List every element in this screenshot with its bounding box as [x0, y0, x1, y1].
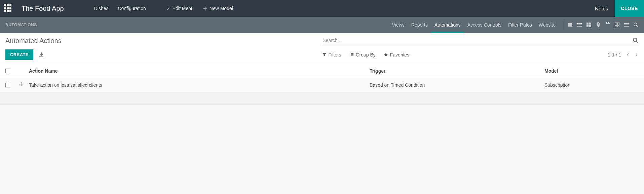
view-switcher	[567, 22, 639, 28]
control-panel-row1: Automated Actions	[5, 36, 639, 45]
pivot-icon[interactable]	[614, 22, 620, 28]
select-all-checkbox[interactable]	[5, 69, 10, 73]
top-right: Notes CLOSE	[588, 0, 644, 17]
list-table: Action Name Trigger Model Take action on…	[0, 64, 644, 92]
menu-edit-menu-label: Edit Menu	[173, 6, 194, 11]
top-header: The Food App Dishes Configuration Edit M…	[0, 0, 644, 17]
control-panel: Automated Actions CREATE Filters Group B…	[0, 33, 644, 64]
favorites-button[interactable]: Favorites	[384, 52, 410, 57]
table-row[interactable]: Take action on less satisfied clients Ba…	[0, 78, 644, 92]
svg-rect-4	[589, 25, 591, 27]
notes-button[interactable]: Notes	[588, 6, 615, 11]
tab-access-controls[interactable]: Access Controls	[464, 17, 505, 33]
tab-separator	[563, 20, 563, 30]
tab-website[interactable]: Website	[535, 17, 559, 33]
col-header-action-name[interactable]: Action Name	[29, 68, 370, 74]
sub-header: AUTOMATIONS Views Reports Automations Ac…	[0, 17, 644, 33]
filter-bar: Filters Group By Favorites 1-1 / 1	[322, 52, 639, 57]
col-header-model[interactable]: Model	[544, 68, 639, 74]
cell-trigger: Based on Timed Condition	[370, 82, 544, 88]
search-area	[322, 36, 639, 45]
menu-dishes[interactable]: Dishes	[94, 6, 109, 11]
groupby-button[interactable]: Group By	[349, 52, 376, 57]
menu-edit-menu[interactable]: Edit Menu	[166, 6, 194, 11]
graph-icon[interactable]	[624, 22, 629, 28]
favorites-label: Favorites	[390, 52, 410, 57]
plus-icon	[203, 6, 207, 11]
svg-rect-0	[568, 23, 572, 27]
sub-tabs: Views Reports Automations Access Control…	[389, 17, 639, 33]
list-view-icon[interactable]	[577, 22, 582, 28]
table-header: Action Name Trigger Model	[0, 64, 644, 78]
tab-automations[interactable]: Automations	[431, 17, 464, 33]
empty-band	[0, 92, 644, 105]
menu-new-model[interactable]: New Model	[203, 6, 233, 11]
funnel-icon	[322, 52, 327, 57]
list-group-icon	[349, 52, 354, 57]
close-button[interactable]: CLOSE	[615, 0, 644, 17]
tab-views[interactable]: Views	[389, 17, 408, 33]
search-submit-icon[interactable]	[633, 37, 639, 43]
svg-rect-1	[586, 23, 589, 25]
menu-new-model-label: New Model	[210, 6, 233, 11]
control-panel-row2: CREATE Filters Group By Favorites 1-1 / …	[5, 49, 639, 60]
calendar-icon[interactable]	[605, 22, 610, 28]
create-button[interactable]: CREATE	[5, 49, 33, 60]
star-icon	[384, 52, 388, 57]
svg-rect-2	[589, 23, 591, 25]
breadcrumb: AUTOMATIONS	[5, 23, 37, 27]
col-header-trigger[interactable]: Trigger	[370, 68, 544, 74]
download-icon[interactable]	[39, 52, 44, 57]
card-view-icon[interactable]	[567, 22, 573, 28]
svg-rect-3	[586, 25, 589, 27]
pencil-icon	[166, 6, 171, 11]
filters-label: Filters	[329, 52, 341, 57]
search-icon[interactable]	[633, 22, 639, 28]
cell-model: Subscription	[544, 82, 639, 88]
app-title[interactable]: The Food App	[22, 5, 64, 12]
filters-button[interactable]: Filters	[322, 52, 341, 57]
menu-configuration[interactable]: Configuration	[118, 6, 146, 11]
kanban-view-icon[interactable]	[586, 22, 592, 28]
page-title: Automated Actions	[5, 37, 62, 45]
tab-reports[interactable]: Reports	[408, 17, 431, 33]
search-input[interactable]	[322, 36, 633, 44]
row-checkbox[interactable]	[5, 83, 10, 87]
chevron-left-icon[interactable]	[626, 53, 630, 57]
cell-action-name: Take action on less satisfied clients	[29, 82, 370, 88]
top-menu: Dishes Configuration Edit Menu New Model	[94, 6, 233, 11]
chevron-right-icon[interactable]	[635, 53, 639, 57]
apps-grid-icon[interactable]	[4, 4, 12, 12]
drag-handle-icon[interactable]	[19, 82, 24, 87]
pager: 1-1 / 1	[608, 52, 639, 57]
tab-filter-rules[interactable]: Filter Rules	[505, 17, 535, 33]
groupby-label: Group By	[356, 52, 376, 57]
map-pin-icon[interactable]	[596, 22, 601, 28]
pager-text: 1-1 / 1	[608, 52, 621, 57]
